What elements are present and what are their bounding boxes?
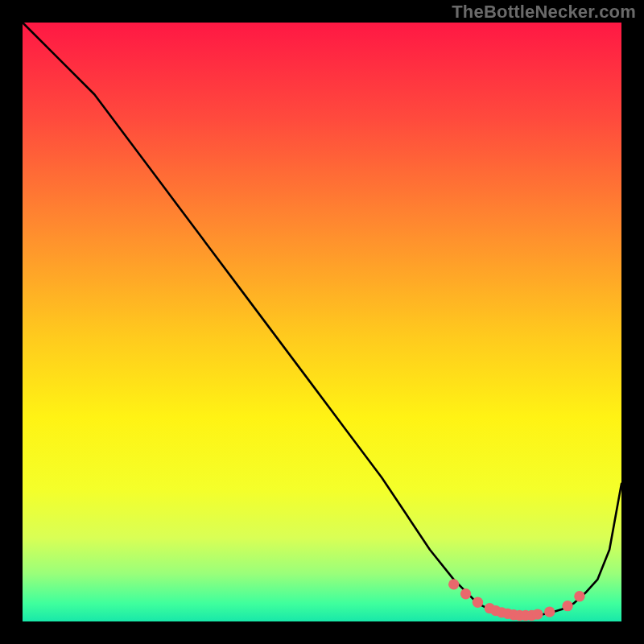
curve-layer <box>23 23 621 621</box>
watermark-text: TheBottleNecker.com <box>452 2 636 23</box>
plot-area <box>23 23 621 621</box>
chart-frame: TheBottleNecker.com <box>0 0 644 644</box>
bottleneck-curve <box>23 23 621 616</box>
marker-dot <box>562 601 572 611</box>
marker-dot <box>448 579 459 589</box>
marker-dot <box>473 597 483 607</box>
marker-dot <box>574 591 584 601</box>
marker-dot <box>460 588 471 599</box>
marker-dot <box>544 606 555 617</box>
optimal-zone-markers <box>448 579 585 621</box>
marker-dot <box>532 609 543 619</box>
